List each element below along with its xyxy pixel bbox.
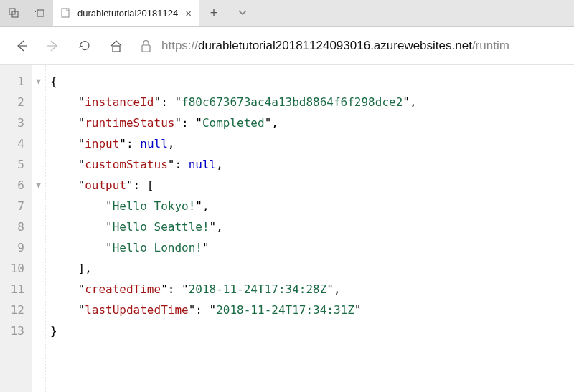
svg-rect-3 [62, 9, 69, 17]
set-aside-icon [9, 8, 19, 18]
code-line: "lastUpdatedTime": "2018-11-24T17:34:31Z… [50, 300, 574, 320]
lock-icon [141, 39, 151, 52]
refresh-button[interactable] [69, 30, 100, 62]
line-number: 5 [0, 154, 24, 175]
code-line: "customStatus": null, [50, 154, 574, 175]
tab-close-button[interactable]: × [185, 7, 192, 19]
svg-rect-6 [113, 46, 120, 52]
arrow-left-icon [14, 39, 29, 53]
code-line: "Hello London!" [50, 237, 574, 258]
tabs-menu-button[interactable] [228, 0, 257, 26]
code-line: "output": [ [50, 175, 574, 196]
arrow-right-icon [46, 39, 60, 53]
url-protocol: https:// [161, 39, 198, 53]
code-line: "Hello Seattle!", [50, 216, 574, 237]
set-aside-tabs-button[interactable] [0, 0, 27, 26]
svg-rect-7 [142, 45, 150, 52]
line-number: 10 [0, 258, 24, 279]
fold-toggle[interactable]: ▼ [32, 71, 45, 92]
line-number: 2 [0, 92, 24, 113]
refresh-icon [77, 39, 92, 53]
window-titlebar: durabletutorial20181124 × + [0, 0, 574, 27]
code-line: "input": null, [50, 133, 574, 154]
code-line: "instanceId": "f80c673673ac4a13bd8864f6f… [50, 92, 574, 113]
fold-gutter: ▼ ▼ [32, 65, 46, 392]
line-number: 4 [0, 133, 24, 154]
code-body[interactable]: { "instanceId": "f80c673673ac4a13bd8864f… [46, 65, 574, 392]
line-number: 9 [0, 237, 24, 258]
new-tab-button[interactable]: + [199, 0, 228, 26]
navigation-toolbar: https://durabletutorial20181124093016.az… [0, 27, 574, 65]
line-number: 13 [0, 320, 24, 341]
line-number: 3 [0, 113, 24, 133]
line-number: 6 [0, 175, 24, 196]
code-line: } [50, 320, 574, 341]
line-number: 7 [0, 196, 24, 216]
svg-rect-2 [37, 10, 44, 16]
line-number-gutter: 12345678910111213 [0, 65, 32, 392]
home-icon [109, 39, 123, 53]
tab-title: durabletutorial20181124 [77, 8, 178, 19]
show-set-aside-tabs-button[interactable] [27, 0, 53, 26]
tabs-list-icon [35, 8, 45, 18]
code-line: "Hello Tokyo!", [50, 196, 574, 216]
back-button[interactable] [6, 30, 37, 62]
fold-toggle[interactable]: ▼ [32, 175, 45, 196]
code-line: { [50, 71, 574, 92]
page-icon [60, 7, 72, 19]
json-viewer: 12345678910111213 ▼ ▼ { "instanceId": "f… [0, 65, 574, 392]
line-number: 11 [0, 279, 24, 300]
address-bar[interactable]: https://durabletutorial20181124093016.az… [132, 39, 568, 53]
code-line: ], [50, 258, 574, 279]
line-number: 1 [0, 71, 24, 92]
home-button[interactable] [100, 30, 132, 62]
code-line: "runtimeStatus": "Completed", [50, 113, 574, 133]
url-path: /runtim [472, 39, 509, 53]
url-host: durabletutorial20181124093016.azurewebsi… [198, 39, 472, 53]
line-number: 12 [0, 300, 24, 320]
chevron-down-icon [237, 8, 248, 18]
line-number: 8 [0, 216, 24, 237]
code-line: "createdTime": "2018-11-24T17:34:28Z", [50, 279, 574, 300]
forward-button[interactable] [37, 30, 69, 62]
browser-tab[interactable]: durabletutorial20181124 × [53, 0, 199, 26]
